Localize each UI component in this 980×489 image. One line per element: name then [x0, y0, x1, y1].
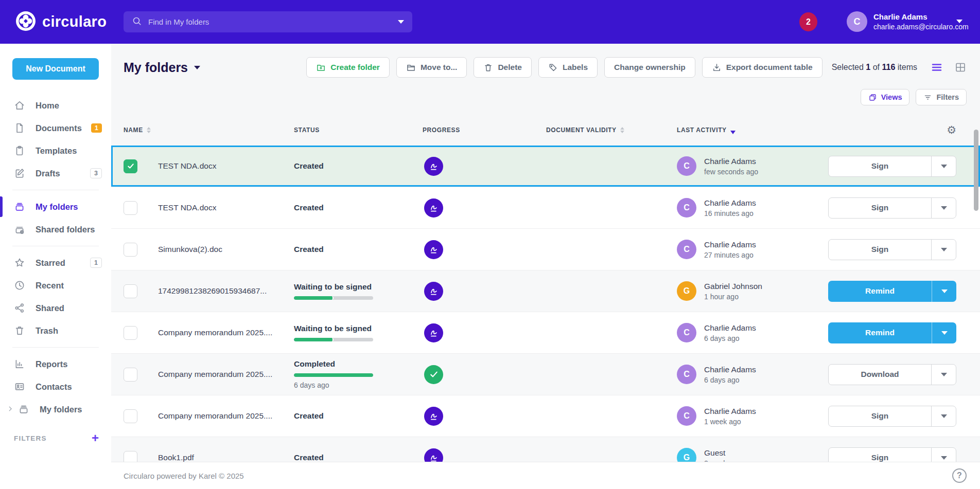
table-row[interactable]: 17429981238269015934687...Waiting to be …	[111, 270, 980, 312]
grid-view-icon[interactable]	[954, 61, 967, 74]
action-button-label[interactable]: Sign	[829, 406, 931, 426]
sign-split-button[interactable]: Sign	[828, 156, 956, 177]
brand[interactable]: circularo	[15, 11, 107, 33]
sort-desc-icon[interactable]	[730, 131, 736, 134]
actor-name: Charlie Adams	[704, 365, 756, 374]
sidebar-item-documents[interactable]: Documents1	[0, 117, 111, 139]
action-dropdown-caret[interactable]	[931, 406, 956, 426]
document-name[interactable]: Company memorandum 2025....	[158, 328, 294, 337]
user-menu-caret-icon[interactable]	[956, 20, 962, 23]
document-name[interactable]: Company memorandum 2025....	[158, 370, 294, 379]
table-row[interactable]: Company memorandum 2025....Completed6 da…	[111, 354, 980, 395]
row-checkbox[interactable]	[124, 201, 137, 215]
folder-plus-icon	[316, 63, 326, 73]
new-document-button[interactable]: New Document	[12, 58, 99, 80]
document-name[interactable]: Simunkova(2).doc	[158, 245, 294, 254]
change-ownership-button[interactable]: Change ownership	[604, 57, 695, 78]
notification-badge[interactable]: 2	[799, 12, 817, 31]
sidebar-item-my-folders[interactable]: My folders	[0, 195, 111, 218]
document-name[interactable]: TEST NDA.docx	[158, 161, 294, 171]
table-row[interactable]: Company memorandum 2025....Waiting to be…	[111, 312, 980, 354]
action-dropdown-caret[interactable]	[931, 198, 956, 218]
remind-split-button[interactable]: Remind	[828, 281, 956, 302]
sidebar-item-starred[interactable]: Starred1	[0, 251, 111, 274]
actor-name: Charlie Adams	[704, 323, 756, 333]
expand-chevron-icon[interactable]	[7, 405, 14, 414]
sort-icons[interactable]	[147, 127, 151, 133]
sidebar-item-shared-folders[interactable]: Shared folders	[0, 218, 111, 241]
row-checkbox[interactable]	[124, 326, 137, 340]
delete-button[interactable]: Delete	[474, 57, 532, 78]
search-input[interactable]	[148, 17, 398, 26]
document-name[interactable]: 17429981238269015934687...	[158, 286, 294, 296]
table-row[interactable]: Company memorandum 2025....CreatedCCharl…	[111, 395, 980, 437]
home-icon	[14, 100, 25, 111]
move-to--button[interactable]: Move to...	[396, 57, 467, 78]
action-dropdown-caret[interactable]	[931, 156, 956, 176]
column-header-document-validity[interactable]: DOCUMENT VALIDITY	[546, 126, 677, 134]
signature-progress-icon	[424, 240, 443, 259]
global-search[interactable]	[124, 11, 412, 32]
sidebar-item-reports[interactable]: Reports	[0, 353, 111, 375]
button-label: Create folder	[330, 63, 380, 72]
views-icon	[868, 93, 877, 102]
status-cell: Created	[294, 453, 423, 462]
remind-split-button[interactable]: Remind	[828, 322, 956, 343]
table-row[interactable]: TEST NDA.docxCreatedCCharlie Adams16 min…	[111, 187, 980, 229]
column-header-progress[interactable]: PROGRESS	[423, 126, 546, 134]
sort-icons[interactable]	[620, 127, 624, 133]
actor-avatar: C	[677, 365, 696, 384]
column-header-name[interactable]: NAME	[124, 126, 294, 134]
download-split-button[interactable]: Download	[828, 364, 956, 385]
sidebar-item-recent[interactable]: Recent	[0, 274, 111, 297]
action-button-label[interactable]: Remind	[828, 281, 932, 302]
labels-button[interactable]: Labels	[538, 57, 598, 78]
row-checkbox[interactable]	[124, 243, 137, 257]
sidebar-item-trash[interactable]: Trash	[0, 319, 111, 342]
sign-split-button[interactable]: Sign	[828, 239, 956, 260]
action-dropdown-caret[interactable]	[931, 240, 956, 260]
action-button-label[interactable]: Download	[829, 365, 931, 385]
action-dropdown-caret[interactable]	[931, 365, 956, 385]
row-checkbox[interactable]	[124, 284, 137, 298]
action-button-label[interactable]: Sign	[829, 156, 931, 176]
sign-split-button[interactable]: Sign	[828, 406, 956, 427]
sidebar-item-shared[interactable]: Shared	[0, 297, 111, 319]
sign-split-button[interactable]: Sign	[828, 197, 956, 219]
title-dropdown-caret-icon[interactable]	[194, 66, 200, 69]
help-button[interactable]: ?	[952, 468, 967, 483]
column-header-status[interactable]: STATUS	[294, 126, 423, 134]
list-view-icon[interactable]	[931, 61, 943, 74]
export-document-table-button[interactable]: Export document table	[702, 57, 822, 78]
action-button-label[interactable]: Sign	[829, 198, 931, 218]
document-name[interactable]: Company memorandum 2025....	[158, 411, 294, 421]
page-title[interactable]: My folders	[124, 60, 200, 75]
action-dropdown-caret[interactable]	[932, 281, 956, 302]
sidebar-item-my-folders[interactable]: My folders	[0, 398, 111, 421]
sidebar-item-home[interactable]: Home	[0, 94, 111, 117]
sidebar-item-templates[interactable]: Templates	[0, 139, 111, 162]
row-checkbox[interactable]	[124, 409, 137, 423]
action-dropdown-caret[interactable]	[932, 322, 956, 343]
sidebar-item-contacts[interactable]: Contacts	[0, 375, 111, 398]
column-header-last-activity[interactable]: LAST ACTIVITY	[677, 126, 828, 134]
brand-name: circularo	[42, 13, 107, 30]
create-folder-button[interactable]: Create folder	[306, 57, 390, 78]
filters-button[interactable]: Filters	[916, 89, 967, 105]
document-name[interactable]: TEST NDA.docx	[158, 203, 294, 212]
user-menu[interactable]: C Charlie Adams charlie.adams@circularo.…	[847, 11, 969, 32]
vertical-scrollbar[interactable]	[974, 130, 978, 211]
status-cell: Created	[294, 203, 423, 212]
action-button-label[interactable]: Sign	[829, 240, 931, 260]
sidebar-item-drafts[interactable]: Drafts3	[0, 162, 111, 185]
table-row[interactable]: TEST NDA.docxCreatedCCharlie Adamsfew se…	[111, 146, 980, 187]
document-name[interactable]: Book1.pdf	[158, 453, 294, 462]
views-button[interactable]: Views	[861, 89, 910, 105]
row-checkbox[interactable]	[124, 159, 137, 173]
table-row[interactable]: Simunkova(2).docCreatedCCharlie Adams27 …	[111, 229, 980, 270]
row-checkbox[interactable]	[124, 368, 137, 382]
add-filter-icon[interactable]: +	[92, 432, 99, 444]
activity-time: 16 minutes ago	[704, 209, 756, 218]
search-scope-dropdown-icon[interactable]	[398, 20, 404, 24]
action-button-label[interactable]: Remind	[828, 322, 932, 343]
